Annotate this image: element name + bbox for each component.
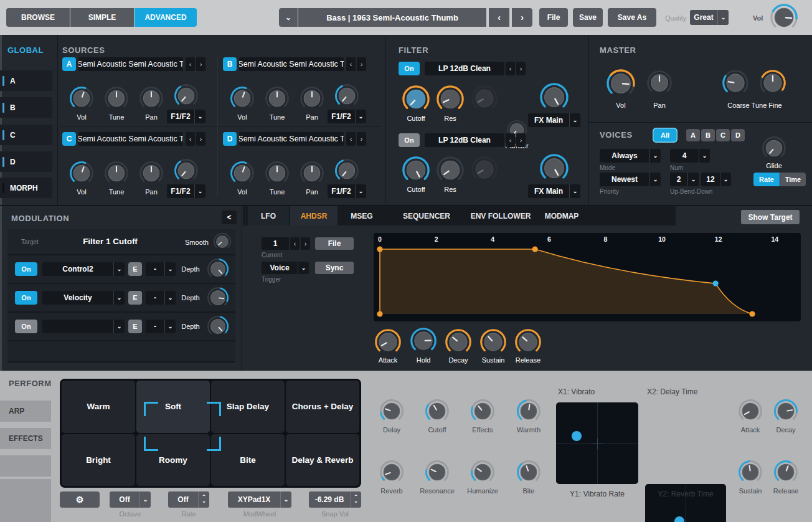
voices-num-select[interactable]: 4 ⌄ <box>670 149 710 163</box>
source-d-filter-route-select[interactable]: F1/F2 ⌄ <box>328 184 366 198</box>
snapshot-position-corner[interactable] <box>144 437 158 451</box>
ahdsr-current-stepper[interactable]: 1 <box>262 237 289 250</box>
mod-row3-on-button[interactable]: On <box>15 320 37 333</box>
source-a-pan-knob[interactable] <box>139 86 164 111</box>
master-fine-knob[interactable] <box>759 69 786 97</box>
source-c-name[interactable]: Semi Acoustic Semi Acoustic T <box>78 132 183 146</box>
source-d-vol-knob[interactable] <box>230 161 255 186</box>
ahdsr-trigger-select[interactable]: Voice ⌄ <box>262 262 309 274</box>
save-as-button[interactable]: Save As <box>608 8 656 27</box>
tab-simple[interactable]: SIMPLE <box>70 8 134 27</box>
xy1-position-dot[interactable] <box>572 431 582 441</box>
next-envelope-button[interactable]: › <box>301 237 310 250</box>
mod-row2-depth-knob[interactable] <box>207 287 229 309</box>
pad-chorus-delay[interactable]: Chorus + Delay <box>286 381 359 433</box>
macro-resonance-knob[interactable] <box>425 460 450 485</box>
source-a-filter-route-select[interactable]: F1/F2 ⌄ <box>167 110 205 123</box>
source-c-badge[interactable]: C <box>62 132 76 146</box>
mod-row2-edit-button[interactable]: E <box>128 291 142 305</box>
sidebar-item-d[interactable]: D <box>0 151 52 172</box>
ahdsr-decay-knob[interactable] <box>445 328 472 356</box>
source-a-filter-blend-knob[interactable] <box>174 83 199 108</box>
ahdsr-envelope[interactable]: 02468101214 <box>374 233 801 321</box>
envelope-point[interactable] <box>749 311 755 316</box>
ahdsr-attack-knob[interactable] <box>374 328 402 356</box>
mod-row2-on-button[interactable]: On <box>15 291 37 305</box>
mod-row3-depth-knob[interactable] <box>207 315 229 338</box>
prev-sample-button[interactable]: ‹ <box>186 132 195 146</box>
snapshot-position-corner[interactable] <box>207 437 221 451</box>
voices-bend-up-select[interactable]: 2 ⌄ <box>670 173 699 186</box>
filter1-on-button[interactable]: On <box>399 62 420 75</box>
main-volume-knob[interactable] <box>770 3 798 32</box>
master-vol-knob[interactable] <box>606 69 636 98</box>
filter2-output-select[interactable]: FX Main ⌄ <box>528 184 580 198</box>
file-button[interactable]: File <box>539 8 568 27</box>
pad-settings-button[interactable]: ⚙ <box>60 491 100 508</box>
source-a-tune-knob[interactable] <box>104 86 129 111</box>
prev-sample-button[interactable]: ‹ <box>346 132 356 146</box>
source-a-name[interactable]: Semi Acoustic Semi Acoustic T <box>78 57 183 71</box>
next-sample-button[interactable]: › <box>196 57 205 71</box>
sidebar-item-effects[interactable]: EFFECTS <box>0 428 51 449</box>
macro-cutoff-knob[interactable] <box>425 399 450 424</box>
source-c-filter-route-select[interactable]: F1/F2 ⌄ <box>167 184 205 198</box>
tab-lfo[interactable]: LFO <box>248 206 289 225</box>
show-target-button[interactable]: Show Target <box>741 210 800 224</box>
mod-target-value[interactable]: Filter 1 Cutoff <box>45 237 176 246</box>
macro-warmth-knob[interactable] <box>516 399 541 424</box>
global-nav-title[interactable]: GLOBAL <box>7 45 44 55</box>
preset-name-display[interactable]: Bass | 1963 Semi-Acoustic Thumb <box>298 8 486 27</box>
source-d-name[interactable]: Semi Acoustic Semi Acoustic T <box>239 132 344 146</box>
modulation-collapse-button[interactable]: < <box>222 211 237 224</box>
next-sample-button[interactable]: › <box>357 132 366 146</box>
next-sample-button[interactable]: › <box>196 132 205 146</box>
voices-glide-knob[interactable] <box>762 136 786 161</box>
macro-effects-knob[interactable] <box>470 399 495 424</box>
perform-sustain-knob[interactable] <box>738 460 763 485</box>
mod-row3-source-select[interactable]: ⌄ <box>42 320 125 333</box>
voices-bend-down-select[interactable]: 12 ⌄ <box>701 173 731 186</box>
source-c-vol-knob[interactable] <box>69 161 94 186</box>
source-d-filter-blend-knob[interactable] <box>334 158 359 183</box>
voices-glide-time-button[interactable]: Time <box>780 173 806 186</box>
mod-row1-on-button[interactable]: On <box>15 262 37 276</box>
xy-pad-1[interactable] <box>556 402 638 484</box>
sidebar-item-morph[interactable]: MORPH <box>0 178 52 198</box>
quality-select[interactable]: Great ⌄ <box>690 10 729 25</box>
voices-priority-select[interactable]: Newest ⌄ <box>600 173 661 186</box>
voices-all-button[interactable]: All <box>653 128 677 143</box>
perform-attack-knob[interactable] <box>738 399 763 424</box>
tab-env-follower[interactable]: ENV FOLLOWER <box>466 206 536 225</box>
source-a-vol-knob[interactable] <box>69 86 94 111</box>
filter2-cutoff-knob[interactable] <box>402 156 430 184</box>
sidebar-item-b[interactable]: B <box>0 97 52 118</box>
filter2-res-knob[interactable] <box>436 156 465 184</box>
source-b-name[interactable]: Semi Acoustic Semi Acoustic T <box>239 57 344 71</box>
mod-row3-edit-button[interactable]: E <box>128 320 142 333</box>
source-d-tune-knob[interactable] <box>265 161 290 186</box>
tab-browse[interactable]: BROWSE <box>6 8 70 27</box>
voices-mode-select[interactable]: Always ⌄ <box>600 149 661 163</box>
perform-release-knob[interactable] <box>773 460 798 485</box>
perform-decay-knob[interactable] <box>773 399 798 424</box>
preset-menu-button[interactable]: ⌄ <box>279 8 298 27</box>
mod-row1-source-select[interactable]: Control2 ⌄ <box>42 262 125 276</box>
source-b-filter-route-select[interactable]: F1/F2 ⌄ <box>328 110 366 123</box>
next-sample-button[interactable]: › <box>357 57 366 71</box>
filter2-type-select[interactable]: LP 12dB Clean <box>425 133 504 147</box>
snapshot-position-corner[interactable] <box>144 402 158 416</box>
source-b-pan-knob[interactable] <box>300 86 324 111</box>
source-d-badge[interactable]: D <box>223 132 237 146</box>
prev-envelope-button[interactable]: ‹ <box>290 237 300 250</box>
filter1-drive-knob[interactable] <box>471 85 498 112</box>
pad-slap-delay[interactable]: Slap Delay <box>211 381 285 433</box>
envelope-point[interactable] <box>377 311 382 316</box>
octave-select[interactable]: Off ⌄ <box>110 491 151 508</box>
ahdsr-hold-knob[interactable] <box>410 327 437 354</box>
tab-modmap[interactable]: MODMAP <box>537 206 587 225</box>
envelope-point[interactable] <box>377 246 382 252</box>
source-d-pan-knob[interactable] <box>300 161 324 186</box>
filter1-output-select[interactable]: FX Main ⌄ <box>528 113 580 127</box>
sidebar-item-c[interactable]: C <box>0 125 52 145</box>
